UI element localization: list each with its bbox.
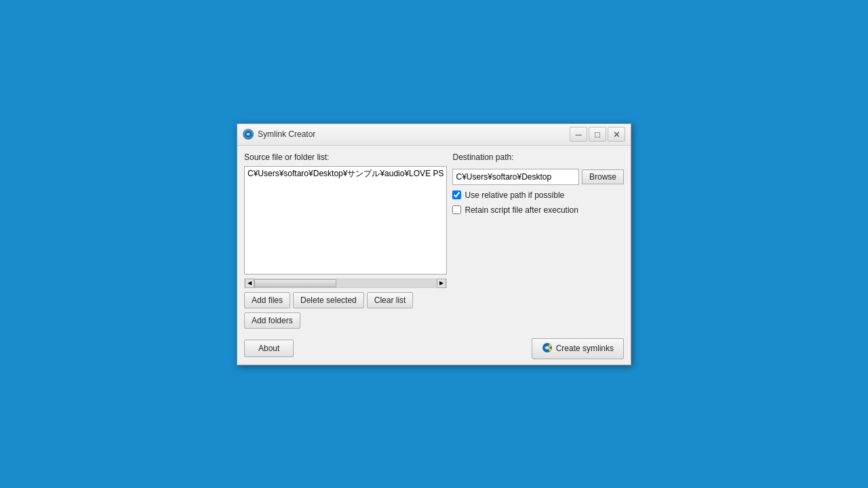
use-relative-label: Use relative path if possible [465,190,564,200]
window-controls: ─ □ ✕ [570,127,625,142]
use-relative-checkbox[interactable] [452,190,461,199]
window-body: Source file or folder list: C¥Users¥soft… [237,146,631,336]
left-panel: Source file or folder list: C¥Users¥soft… [244,152,447,329]
scroll-left-arrow[interactable]: ◀ [245,279,254,288]
retain-script-row: Retain script file after execution [452,205,624,215]
title-bar: Symlink Creator ─ □ ✕ [237,124,631,146]
window-title: Symlink Creator [258,129,570,139]
add-folders-button[interactable]: Add folders [244,312,300,329]
create-symlinks-button[interactable]: Create symlinks [532,338,624,359]
app-icon [243,129,254,140]
horizontal-scrollbar[interactable]: ◀ ▶ [244,279,447,288]
clear-list-button[interactable]: Clear list [367,292,414,308]
dest-path-label: Destination path: [452,152,624,162]
retain-script-checkbox[interactable] [452,205,461,214]
scroll-track[interactable] [254,279,437,287]
about-button[interactable]: About [244,340,294,357]
close-button[interactable]: ✕ [608,127,625,142]
delete-selected-button[interactable]: Delete selected [293,292,364,308]
use-relative-row: Use relative path if possible [452,190,624,200]
right-panel: Destination path: Browse Use relative pa… [452,152,624,329]
add-files-button[interactable]: Add files [244,292,290,308]
bottom-row: About Create symlinks [237,336,631,365]
retain-script-label: Retain script file after execution [465,205,578,215]
scroll-thumb[interactable] [254,279,336,287]
add-folders-row: Add folders [244,312,447,329]
file-list-entry: C¥Users¥softaro¥Desktop¥サンプル¥audio¥LOVE … [245,167,446,181]
svg-point-3 [549,348,551,351]
minimize-button[interactable]: ─ [570,127,587,142]
source-list-label: Source file or folder list: [244,152,447,162]
source-buttons-row: Add files Delete selected Clear list [244,292,447,308]
create-symlinks-label: Create symlinks [556,344,614,353]
browse-button[interactable]: Browse [582,169,624,184]
maximize-button[interactable]: □ [589,127,606,142]
main-window: Symlink Creator ─ □ ✕ Source file or fol… [237,123,631,365]
create-symlinks-icon [542,342,553,355]
destination-input[interactable] [452,169,579,185]
file-list-box[interactable]: C¥Users¥softaro¥Desktop¥サンプル¥audio¥LOVE … [244,166,447,274]
destination-row: Browse [452,169,624,185]
scroll-right-arrow[interactable]: ▶ [437,279,446,288]
svg-point-2 [549,344,551,347]
